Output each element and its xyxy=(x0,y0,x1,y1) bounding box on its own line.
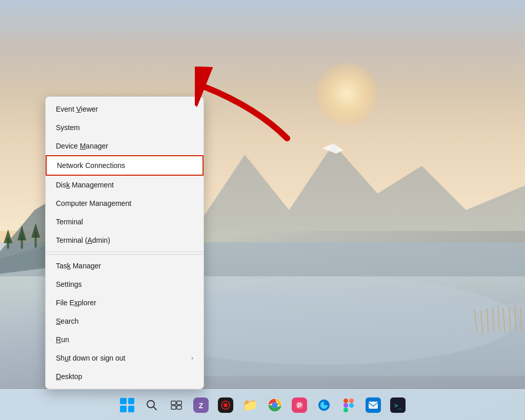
outlook-icon[interactable] xyxy=(362,394,385,416)
menu-item-file-explorer[interactable]: File Explorer xyxy=(46,293,204,312)
figma-icon[interactable] xyxy=(337,394,360,416)
svg-rect-38 xyxy=(344,403,348,408)
zoom-icon[interactable]: Z xyxy=(190,394,212,416)
taskbar: Z 📁 xyxy=(0,389,525,420)
search-button[interactable] xyxy=(140,394,163,416)
svg-rect-42 xyxy=(369,402,378,409)
menu-item-computer-management[interactable]: Computer Management xyxy=(46,194,204,213)
submenu-chevron-shut-down: › xyxy=(191,354,193,362)
menu-item-label-settings: Settings xyxy=(56,280,82,288)
taskview-button[interactable] xyxy=(165,394,188,416)
menu-item-device-manager[interactable]: Device Manager xyxy=(46,137,204,155)
menu-item-settings[interactable]: Settings xyxy=(46,275,204,293)
menu-item-label-device-manager: Device Manager xyxy=(56,142,108,150)
menu-item-network-connections[interactable]: Network Connections xyxy=(46,155,204,176)
edge-icon[interactable] xyxy=(313,394,335,416)
context-menu: Event ViewerSystemDevice ManagerNetwork … xyxy=(45,96,204,389)
svg-marker-1 xyxy=(4,229,12,243)
menu-item-label-shut-down: Shut down or sign out xyxy=(56,354,125,362)
desktop: Event ViewerSystemDevice ManagerNetwork … xyxy=(0,0,525,420)
menu-item-run[interactable]: Run xyxy=(46,330,204,349)
menu-item-label-system: System xyxy=(56,123,80,132)
menu-item-label-event-viewer: Event Viewer xyxy=(56,105,98,113)
menu-item-desktop[interactable]: Desktop xyxy=(46,367,204,386)
menu-item-terminal-admin[interactable]: Terminal (Admin) xyxy=(46,231,204,249)
svg-text:Z: Z xyxy=(199,402,204,410)
menu-item-label-computer-management: Computer Management xyxy=(56,199,131,207)
svg-rect-24 xyxy=(177,406,181,409)
menu-item-system[interactable]: System xyxy=(46,118,204,137)
svg-rect-36 xyxy=(344,398,348,403)
menu-item-task-manager[interactable]: Task Manager xyxy=(46,257,204,275)
menu-separator xyxy=(46,254,204,255)
chrome-icon[interactable] xyxy=(264,394,286,416)
menu-item-disk-management[interactable]: Disk Management xyxy=(46,176,204,194)
menu-item-label-run: Run xyxy=(56,335,69,344)
menu-item-label-terminal: Terminal xyxy=(56,218,83,226)
start-button[interactable] xyxy=(116,394,138,416)
terminal-taskbar-icon[interactable]: >_ xyxy=(387,394,409,416)
menu-separator-after-terminal-admin xyxy=(46,251,204,252)
menu-item-label-search: Search xyxy=(56,317,78,325)
menu-item-search[interactable]: Search xyxy=(46,312,204,330)
svg-rect-37 xyxy=(349,398,354,403)
svg-point-40 xyxy=(349,403,354,408)
svg-text:P: P xyxy=(297,402,302,409)
svg-point-29 xyxy=(224,403,228,407)
svg-line-20 xyxy=(153,407,156,410)
svg-rect-22 xyxy=(177,401,181,405)
svg-rect-21 xyxy=(171,401,176,405)
menu-item-label-file-explorer: File Explorer xyxy=(56,299,96,307)
file-explorer-icon[interactable]: 📁 xyxy=(239,394,261,416)
app-pink-icon[interactable]: P xyxy=(288,394,311,416)
menu-item-label-network-connections: Network Connections xyxy=(57,161,125,170)
svg-point-32 xyxy=(272,403,277,408)
sun-glow xyxy=(316,63,378,124)
svg-rect-39 xyxy=(344,408,348,412)
svg-rect-23 xyxy=(171,406,176,409)
obs-icon[interactable] xyxy=(214,394,237,416)
menu-item-label-task-manager: Task Manager xyxy=(56,262,101,270)
menu-item-label-desktop: Desktop xyxy=(56,372,82,381)
svg-text:>_: >_ xyxy=(394,402,402,409)
menu-item-label-terminal-admin: Terminal (Admin) xyxy=(56,236,110,244)
menu-item-shut-down[interactable]: Shut down or sign out› xyxy=(46,349,204,367)
menu-item-terminal[interactable]: Terminal xyxy=(46,213,204,231)
menu-item-event-viewer[interactable]: Event Viewer xyxy=(46,100,204,118)
menu-item-label-disk-management: Disk Management xyxy=(56,181,114,189)
